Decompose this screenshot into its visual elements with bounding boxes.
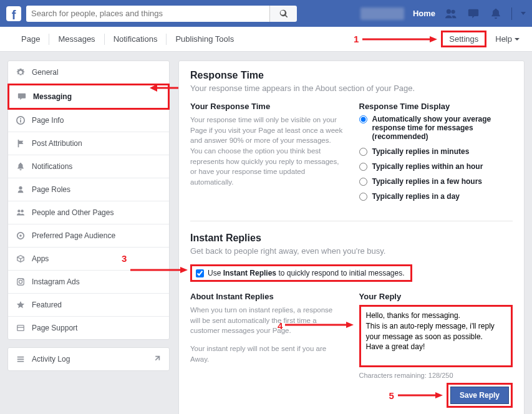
subsection-title: Response Time Display <box>359 102 513 111</box>
annotation-number: 5 <box>389 390 394 401</box>
svg-marker-1 <box>430 36 437 42</box>
tab-page[interactable]: Page <box>12 34 49 44</box>
home-link[interactable]: Home <box>413 9 435 18</box>
sidebar-item-general[interactable]: General <box>8 61 169 84</box>
bell-icon <box>16 161 26 171</box>
sidebar-item-page-support[interactable]: Page Support <box>8 317 169 339</box>
sidebar-item-featured[interactable]: Featured <box>8 294 169 317</box>
tab-settings[interactable]: Settings <box>441 31 486 47</box>
section-title: Instant Replies <box>190 233 513 244</box>
sidebar-item-messaging[interactable]: Messaging <box>9 85 168 108</box>
reply-textarea[interactable] <box>359 305 513 367</box>
svg-rect-6 <box>20 118 21 120</box>
main-content: Response Time Your response time appears… <box>178 60 525 414</box>
radio-option-auto[interactable]: Automatically show your average response… <box>359 115 513 141</box>
sidebar-item-page-info[interactable]: Page Info <box>8 109 169 132</box>
settings-sidebar: General Messaging Page Info Post Attribu… <box>7 60 170 371</box>
sidebar-item-label: Page Info <box>32 116 64 125</box>
facebook-logo[interactable]: f <box>6 6 21 21</box>
sidebar-item-post-attribution[interactable]: Post Attribution <box>8 132 169 155</box>
svg-rect-15 <box>17 325 24 331</box>
subsection-title: About Instant Replies <box>190 292 344 301</box>
annotation-arrow <box>362 35 437 44</box>
box-icon <box>16 254 26 264</box>
sidebar-item-apps[interactable]: Apps <box>8 248 169 271</box>
camera-icon <box>16 277 26 287</box>
search-button[interactable] <box>269 6 297 22</box>
messages-icon[interactable] <box>467 7 480 21</box>
save-reply-button[interactable]: Save Reply <box>450 387 509 404</box>
search-icon <box>279 9 288 18</box>
svg-point-7 <box>19 186 22 190</box>
sidebar-item-label: People and Other Pages <box>32 208 114 217</box>
svg-point-11 <box>19 234 22 237</box>
svg-point-8 <box>17 209 20 212</box>
radio-option-hour[interactable]: Typically replies within an hour <box>359 162 513 171</box>
tab-publishing-tools[interactable]: Publishing Tools <box>167 34 243 44</box>
list-icon <box>16 354 26 364</box>
sidebar-item-label: Messaging <box>33 92 72 101</box>
notifications-icon[interactable] <box>489 7 503 21</box>
subsection-title: Your Response Time <box>190 102 344 111</box>
gear-icon <box>16 67 26 77</box>
characters-remaining: Characters remaining: 128/250 <box>359 372 513 379</box>
sidebar-item-label: Page Support <box>32 324 77 332</box>
people-icon <box>16 208 26 218</box>
radio-option-day[interactable]: Typically replies in a day <box>359 192 513 201</box>
person-icon <box>16 185 26 195</box>
svg-point-13 <box>19 280 22 283</box>
svg-point-14 <box>22 279 24 281</box>
star-icon <box>16 300 26 310</box>
section-subtitle: Get back to people right away, even when… <box>190 246 513 256</box>
svg-marker-21 <box>435 392 443 398</box>
radio-option-minutes[interactable]: Typically replies in minutes <box>359 147 513 156</box>
radio-option-few-hours[interactable]: Typically replies in a few hours <box>359 177 513 186</box>
profile-link[interactable] <box>360 7 404 20</box>
svg-marker-17 <box>180 267 188 273</box>
sidebar-item-preferred-audience[interactable]: Preferred Page Audience <box>8 224 169 248</box>
sidebar-item-label: Apps <box>32 254 49 263</box>
help-dropdown[interactable]: Help <box>495 34 520 44</box>
section-title: Response Time <box>190 70 513 81</box>
subsection-note: Your instant reply will not be sent if y… <box>190 344 344 364</box>
flag-icon <box>16 323 26 333</box>
info-icon <box>16 115 26 125</box>
sidebar-item-notifications[interactable]: Notifications <box>8 155 169 178</box>
sidebar-item-instagram-ads[interactable]: Instagram Ads <box>8 271 169 294</box>
subsection-description: Your response time will only be visible … <box>190 115 344 188</box>
sidebar-item-label: Activity Log <box>32 355 70 363</box>
account-dropdown[interactable] <box>521 12 526 15</box>
target-icon <box>16 231 26 241</box>
search-input[interactable] <box>26 6 269 22</box>
tab-notifications[interactable]: Notifications <box>105 34 167 44</box>
sidebar-item-label: Page Roles <box>32 185 70 194</box>
subsection-title: Your Reply <box>359 292 513 301</box>
sidebar-item-people-pages[interactable]: People and Other Pages <box>8 201 169 224</box>
topbar: f Home <box>0 0 532 27</box>
sidebar-item-label: General <box>32 68 59 77</box>
section-subtitle: Your response time appears in the About … <box>190 84 513 93</box>
sidebar-item-page-roles[interactable]: Page Roles <box>8 178 169 201</box>
flag-icon <box>16 138 26 148</box>
sidebar-item-activity-log[interactable]: Activity Log <box>8 348 169 370</box>
page-nav: Page Messages Notifications Publishing T… <box>0 27 532 52</box>
svg-rect-5 <box>20 120 21 122</box>
sidebar-item-label: Post Attribution <box>32 139 82 148</box>
speech-icon <box>17 92 27 102</box>
svg-point-9 <box>21 209 23 212</box>
annotation-arrow <box>398 391 443 400</box>
subsection-description: When you turn on instant replies, a resp… <box>190 305 344 336</box>
sidebar-item-label: Preferred Page Audience <box>32 231 115 240</box>
svg-marker-19 <box>346 322 354 328</box>
instant-replies-checkbox[interactable]: Use Instant Replies to quickly respond t… <box>190 264 412 282</box>
sidebar-item-label: Featured <box>32 301 62 309</box>
sidebar-item-label: Notifications <box>32 162 72 171</box>
annotation-number: 1 <box>354 34 359 44</box>
sidebar-item-label: Instagram Ads <box>32 277 80 286</box>
friend-requests-icon[interactable] <box>444 7 458 21</box>
tab-messages[interactable]: Messages <box>49 34 104 44</box>
external-icon <box>152 354 162 364</box>
